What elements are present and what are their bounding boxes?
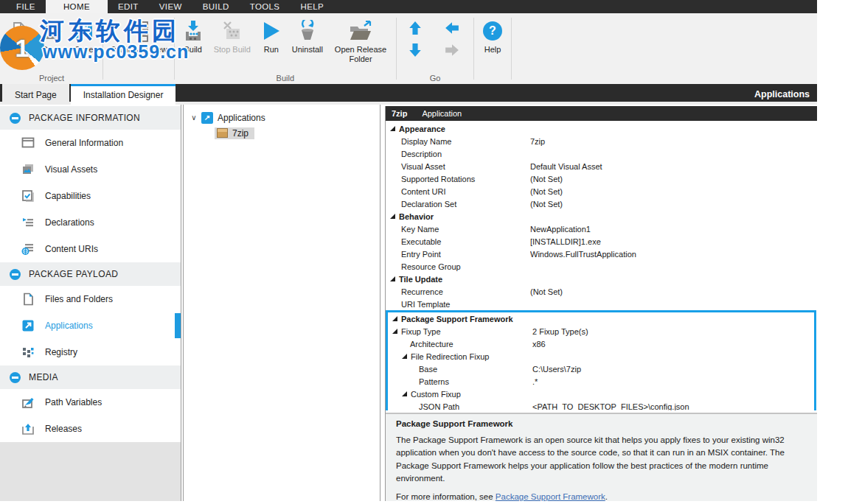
file-icon xyxy=(21,293,35,306)
group-label-go: Go xyxy=(399,73,471,84)
expander-icon[interactable] xyxy=(390,276,395,281)
navigation-sidebar: PACKAGE INFORMATION General Information … xyxy=(0,105,181,501)
property-row[interactable]: URI Template xyxy=(386,298,817,310)
chevron-down-icon[interactable]: ∨ xyxy=(190,113,198,122)
open-button[interactable]: Open xyxy=(35,15,68,55)
tab-installation-designer[interactable]: Installation Designer xyxy=(71,84,176,105)
property-row[interactable]: JSON Path<PATH_TO_DESKTOP_FILES>\config.… xyxy=(388,400,814,410)
open-folder-icon xyxy=(41,18,63,43)
property-row[interactable]: Fixup Type2 Fixup Type(s) xyxy=(388,325,814,337)
section-media[interactable]: MEDIA xyxy=(0,365,181,389)
collapse-minus-icon xyxy=(10,113,21,124)
property-row[interactable]: Tile Update xyxy=(386,273,817,285)
property-row[interactable]: Appearance xyxy=(386,122,817,135)
traditional-view-button[interactable]: Traditional View xyxy=(105,15,172,55)
go-forward-arrow-icon[interactable] xyxy=(445,43,462,57)
run-button[interactable]: Run xyxy=(255,15,288,55)
sidebar-item-files-and-folders[interactable]: Files and Folders xyxy=(0,286,181,312)
selected-object-name: 7zip xyxy=(392,109,407,118)
menu-view[interactable]: VIEW xyxy=(149,0,192,13)
ribbon-group-go: Go xyxy=(399,15,471,84)
property-row[interactable]: Content URI(Not Set) xyxy=(386,185,817,197)
tree-node-applications[interactable]: ∨ ↗ Applications xyxy=(184,110,380,125)
open-release-folder-button[interactable]: Open Release Folder xyxy=(327,15,394,64)
psf-doc-link[interactable]: Package Support Framework xyxy=(496,492,605,501)
stop-build-button[interactable]: Stop Build xyxy=(209,15,255,55)
property-row[interactable]: Package Support Framework xyxy=(388,312,814,325)
ribbon-group-view: Traditional View xyxy=(105,15,172,84)
ribbon-separator xyxy=(511,18,512,80)
tree-node-7zip[interactable]: 7zip xyxy=(184,125,380,141)
save-button[interactable]: Save xyxy=(68,15,100,55)
ribbon-separator xyxy=(396,18,397,80)
expander-icon[interactable] xyxy=(402,354,407,359)
sidebar-item-registry[interactable]: Registry xyxy=(0,339,181,365)
sidebar-item-applications[interactable]: Applications xyxy=(0,312,181,339)
sidebar-item-general-information[interactable]: General Information xyxy=(0,130,181,156)
ribbon-group-help: ? Help xyxy=(476,15,509,84)
panel-title: Applications xyxy=(754,84,817,102)
applications-tree: ∨ ↗ Applications 7zip xyxy=(183,105,380,501)
save-floppy-icon xyxy=(74,18,94,43)
property-row[interactable]: BaseC:\Users\7zip xyxy=(388,363,814,375)
menu-file[interactable]: FILE xyxy=(6,0,46,13)
property-row[interactable]: Resource Group xyxy=(386,260,817,273)
property-row[interactable]: Description xyxy=(386,147,817,160)
help-question-icon: ? xyxy=(483,18,502,43)
go-down-arrow-icon[interactable] xyxy=(408,43,425,57)
sidebar-item-visual-assets[interactable]: Visual Assets xyxy=(0,156,181,183)
ribbon-group-project: New Open Save Project xyxy=(3,15,100,84)
expander-icon[interactable] xyxy=(390,126,395,131)
window-icon xyxy=(21,136,35,150)
registry-blocks-icon xyxy=(21,346,35,359)
build-icon xyxy=(183,18,204,43)
new-button[interactable]: New xyxy=(3,15,35,55)
expander-icon[interactable] xyxy=(392,329,397,334)
property-description-panel: Package Support Framework The Package Su… xyxy=(386,413,817,501)
build-button[interactable]: Build xyxy=(177,15,209,55)
stop-build-icon xyxy=(222,18,243,43)
menu-edit[interactable]: EDIT xyxy=(108,0,149,13)
property-panel-header: 7zip Application xyxy=(386,106,817,121)
section-package-information[interactable]: PACKAGE INFORMATION xyxy=(0,106,181,130)
go-back-arrow-icon[interactable] xyxy=(445,21,462,35)
property-row[interactable]: Visual AssetDefault Visual Asset xyxy=(386,160,817,172)
menu-help[interactable]: HELP xyxy=(290,0,334,13)
sidebar-item-declarations[interactable]: Declarations xyxy=(0,209,181,236)
section-package-payload[interactable]: PACKAGE PAYLOAD xyxy=(0,262,181,286)
psf-highlight-box: Package Support Framework Fixup Type2 Fi… xyxy=(386,310,816,410)
menu-build[interactable]: BUILD xyxy=(192,0,240,13)
sidebar-item-path-variables[interactable]: Path Variables xyxy=(0,389,181,416)
app-window: FILE HOME EDIT VIEW BUILD TOOLS HELP New xyxy=(0,0,848,504)
property-row[interactable]: Executable[INSTALLDIR]1.exe xyxy=(386,235,817,248)
uninstall-button[interactable]: Uninstall xyxy=(288,15,327,55)
description-body: The Package Support Framework is an open… xyxy=(396,434,807,485)
expander-icon[interactable] xyxy=(392,316,397,321)
property-row[interactable]: Display Name7zip xyxy=(386,135,817,147)
property-row[interactable]: Recurrence(Not Set) xyxy=(386,285,817,298)
menu-tools[interactable]: TOOLS xyxy=(240,0,291,13)
property-row[interactable]: Declaration Set(Not Set) xyxy=(386,197,817,210)
sidebar-item-content-uris[interactable]: Content URIs xyxy=(0,236,181,262)
tab-start-page[interactable]: Start Page xyxy=(2,84,69,105)
menu-home[interactable]: HOME xyxy=(46,0,108,13)
expander-icon[interactable] xyxy=(402,391,407,396)
sidebar-item-capabilities[interactable]: Capabilities xyxy=(0,183,181,209)
property-row[interactable]: Architecturex86 xyxy=(388,337,814,350)
help-button[interactable]: ? Help xyxy=(476,15,509,55)
ribbon-separator xyxy=(174,18,175,80)
images-icon xyxy=(21,163,35,176)
property-row[interactable]: File Redirection Fixup xyxy=(388,350,814,363)
expander-icon[interactable] xyxy=(390,214,395,219)
property-row[interactable]: Entry PointWindows.FullTrustApplication xyxy=(386,248,817,260)
group-label-build: Build xyxy=(177,73,394,84)
ribbon-group-build: Build Stop Build Run xyxy=(177,15,394,84)
go-up-arrow-icon[interactable] xyxy=(408,21,425,35)
property-row[interactable]: Behavior xyxy=(386,210,817,223)
property-row[interactable]: Key NameNewApplication1 xyxy=(386,223,817,235)
property-row[interactable]: Patterns.* xyxy=(388,375,814,388)
property-row[interactable]: Custom Fixup xyxy=(388,388,814,400)
sidebar-item-releases[interactable]: Releases xyxy=(0,416,181,442)
package-box-icon xyxy=(217,128,228,138)
property-row[interactable]: Supported Rotations(Not Set) xyxy=(386,172,817,185)
